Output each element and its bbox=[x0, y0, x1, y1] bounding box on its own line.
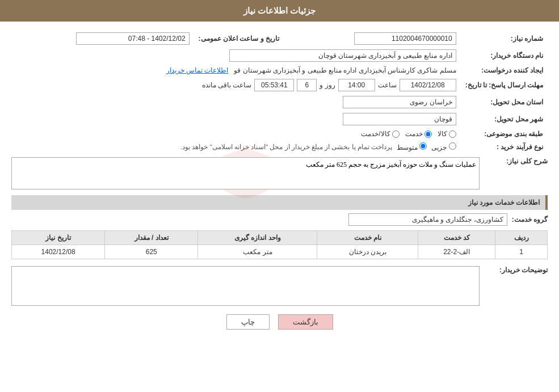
process-mutavasset-text: متوسط bbox=[397, 144, 418, 151]
description-textarea[interactable]: عملیات سنگ و ملات حوزه آبخیز مزرج به حجم… bbox=[11, 157, 480, 189]
service-group-box: کشاورزی، جنگلداری و ماهیگیری bbox=[348, 213, 507, 226]
deadline-label: مهلت ارسال پاسخ: تا تاریخ: bbox=[461, 77, 548, 94]
services-table-body: 1 الف-2-22 بریدن درختان متر مکعب 625 140… bbox=[12, 245, 548, 259]
creator-label: ایجاد کننده درخواست: bbox=[461, 64, 548, 77]
city-label: شهر محل تحویل: bbox=[461, 111, 548, 128]
category-khadmat-radio[interactable] bbox=[424, 130, 432, 138]
services-table: ردیف کد خدمت نام خدمت واحد اندازه گیری ت… bbox=[11, 230, 548, 259]
need-number-value: 1102004670000010 bbox=[295, 30, 461, 47]
row-code: الف-2-22 bbox=[418, 245, 495, 259]
buyer-notes-section: توضیحات خریدار: bbox=[11, 266, 548, 306]
table-row: شماره نیاز: 1102004670000010 تاریخ و ساع… bbox=[11, 30, 548, 47]
deadline-row: 1402/12/08 ساعت 14:00 روز و 6 05:53:41 س… bbox=[11, 77, 461, 94]
days-label: روز و bbox=[320, 81, 335, 89]
page-title: جزئیات اطلاعات نیاز bbox=[243, 6, 316, 15]
province-box: خراسان رضوی bbox=[343, 96, 456, 108]
process-jozi-label[interactable]: جزیی bbox=[431, 142, 456, 151]
category-kala-text: کالا bbox=[438, 130, 447, 138]
table-row: مهلت ارسال پاسخ: تا تاریخ: 1402/12/08 سا… bbox=[11, 77, 548, 94]
time-label: ساعت bbox=[378, 81, 397, 89]
creator-value: مسلم شاکری کارشناس آبخیزداری اداره منابع… bbox=[11, 64, 461, 77]
buyer-name-value: اداره منابع طبیعی و آبخیزداری شهرستان قو… bbox=[11, 47, 461, 64]
print-button[interactable]: چاپ bbox=[226, 314, 270, 330]
process-note: پرداخت تمام یا بخشی از مبلغ خریدار از مح… bbox=[180, 143, 392, 151]
table-row: طبقه بندی موضوعی: کالا خدمت bbox=[11, 128, 548, 140]
category-radios: کالا خدمت کالا/خدمت bbox=[11, 128, 461, 140]
page-wrapper: جزئیات اطلاعات نیاز شماره نیاز: 11020046… bbox=[0, 0, 559, 392]
category-both-radio[interactable] bbox=[392, 130, 400, 138]
deadline-remaining-box: 05:53:41 bbox=[254, 79, 294, 91]
col-name: نام خدمت bbox=[317, 231, 418, 245]
row-date: 1402/12/08 bbox=[12, 245, 105, 259]
table-row: ایجاد کننده درخواست: مسلم شاکری کارشناس … bbox=[11, 64, 548, 77]
category-label: طبقه بندی موضوعی: bbox=[461, 128, 548, 140]
table-header-row: ردیف کد خدمت نام خدمت واحد اندازه گیری ت… bbox=[12, 231, 548, 245]
process-row: جزیی متوسط پرداخت تمام یا بخشی از مبلغ خ… bbox=[11, 140, 461, 154]
col-unit: واحد اندازه گیری bbox=[198, 231, 317, 245]
col-row: ردیف bbox=[495, 231, 548, 245]
buyer-notes-textarea[interactable] bbox=[11, 266, 480, 306]
city-value: قوچان bbox=[11, 111, 461, 128]
creator-link[interactable]: اطلاعات تماس خریدار bbox=[166, 66, 229, 74]
buyer-name-label: نام دستگاه خریدار: bbox=[461, 47, 548, 64]
row-number: 1 bbox=[495, 245, 548, 259]
buyer-name-box: اداره منابع طبیعی و آبخیزداری شهرستان قو… bbox=[229, 49, 456, 62]
announce-label: تاریخ و ساعت اعلان عمومی: bbox=[194, 30, 284, 47]
category-khadmat-text: خدمت bbox=[405, 130, 423, 138]
description-area: عملیات سنگ و ملات حوزه آبخیز مزرج به حجم… bbox=[11, 157, 480, 189]
category-both-label[interactable]: کالا/خدمت bbox=[361, 130, 399, 138]
col-date: تاریخ نیاز bbox=[12, 231, 105, 245]
category-kala-label[interactable]: کالا bbox=[438, 130, 456, 138]
services-section-header: اطلاعات خدمات مورد نیاز bbox=[11, 195, 548, 210]
process-jozi-text: جزیی bbox=[431, 144, 447, 151]
col-code: کد خدمت bbox=[418, 231, 495, 245]
creator-text: مسلم شاکری کارشناس آبخیزداری اداره منابع… bbox=[234, 66, 456, 74]
deadline-days-box: 6 bbox=[297, 79, 317, 91]
process-mutavasset-label[interactable]: متوسط bbox=[397, 142, 427, 151]
info-table: شماره نیاز: 1102004670000010 تاریخ و ساع… bbox=[11, 30, 548, 154]
page-header: جزئیات اطلاعات نیاز bbox=[0, 0, 559, 22]
main-content: شماره نیاز: 1102004670000010 تاریخ و ساع… bbox=[0, 22, 559, 347]
row-unit: متر مکعب bbox=[198, 245, 317, 259]
table-row: استان محل تحویل: خراسان رضوی bbox=[11, 94, 548, 111]
services-table-head: ردیف کد خدمت نام خدمت واحد اندازه گیری ت… bbox=[12, 231, 548, 245]
need-number-box: 1102004670000010 bbox=[354, 32, 456, 45]
announce-box: 1402/12/02 - 07:48 bbox=[76, 32, 190, 45]
table-row: نوع فرآیند خرید : جزیی متوسط پرداخت تمام… bbox=[11, 140, 548, 154]
deadline-time-box: 14:00 bbox=[338, 79, 375, 91]
row-quantity: 625 bbox=[105, 245, 198, 259]
table-row: شهر محل تحویل: قوچان bbox=[11, 111, 548, 128]
description-label: شرح کلی نیاز: bbox=[485, 157, 548, 165]
col-quantity: تعداد / مقدار bbox=[105, 231, 198, 245]
buttons-row: بازگشت چاپ bbox=[11, 314, 548, 338]
process-jozi-radio[interactable] bbox=[449, 142, 456, 150]
description-section: شرح کلی نیاز: عملیات سنگ و ملات حوزه آبخ… bbox=[11, 157, 548, 189]
deadline-date-row: 1402/12/08 ساعت 14:00 روز و 6 05:53:41 س… bbox=[16, 79, 456, 91]
services-section-title: اطلاعات خدمات مورد نیاز bbox=[468, 199, 540, 206]
description-wrapper: عملیات سنگ و ملات حوزه آبخیز مزرج به حجم… bbox=[11, 157, 480, 189]
deadline-date-box: 1402/12/08 bbox=[400, 79, 456, 91]
remaining-label: ساعت باقی مانده bbox=[202, 81, 252, 89]
province-label: استان محل تحویل: bbox=[461, 94, 548, 111]
table-row: نام دستگاه خریدار: اداره منابع طبیعی و آ… bbox=[11, 47, 548, 64]
process-group: جزیی متوسط پرداخت تمام یا بخشی از مبلغ خ… bbox=[16, 142, 456, 151]
process-mutavasset-radio[interactable] bbox=[419, 142, 427, 150]
province-value: خراسان رضوی bbox=[11, 94, 461, 111]
back-button[interactable]: بازگشت bbox=[278, 314, 333, 330]
row-service-name: بریدن درختان bbox=[317, 245, 418, 259]
announce-value: 1402/12/02 - 07:48 bbox=[11, 30, 194, 47]
service-group-row: گروه خدمت: کشاورزی، جنگلداری و ماهیگیری bbox=[11, 213, 548, 226]
service-group-label: گروه خدمت: bbox=[512, 216, 548, 224]
need-number-label: شماره نیاز: bbox=[461, 30, 548, 47]
process-label: نوع فرآیند خرید : bbox=[461, 140, 548, 154]
category-kala-radio[interactable] bbox=[449, 130, 456, 138]
category-radio-group: کالا خدمت کالا/خدمت bbox=[16, 130, 456, 138]
table-row: 1 الف-2-22 بریدن درختان متر مکعب 625 140… bbox=[12, 245, 548, 259]
category-khadmat-label[interactable]: خدمت bbox=[405, 130, 432, 138]
city-box: قوچان bbox=[343, 113, 456, 125]
category-both-text: کالا/خدمت bbox=[361, 130, 390, 138]
buyer-notes-label: توضیحات خریدار: bbox=[485, 266, 548, 274]
